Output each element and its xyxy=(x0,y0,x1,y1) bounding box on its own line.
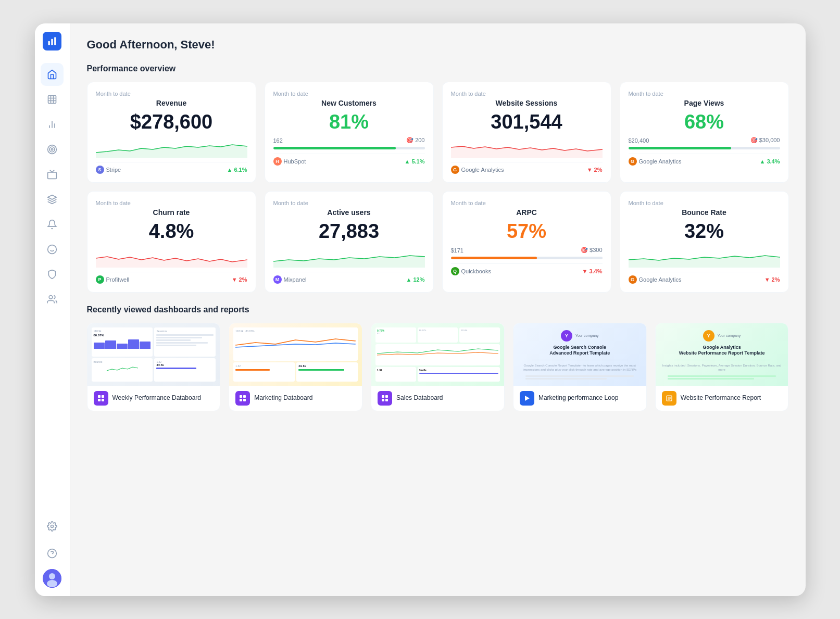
metric-footer: S Stripe ▲ 6.1% xyxy=(96,162,247,174)
svg-point-25 xyxy=(47,580,57,587)
svg-rect-38 xyxy=(243,399,246,401)
svg-rect-40 xyxy=(385,395,388,398)
metric-footer: G Google Analytics ▼ 2% xyxy=(629,272,780,284)
metric-period: Month to date xyxy=(273,200,425,206)
progress-current: $20,400 xyxy=(629,137,649,144)
sidebar-item-security[interactable] xyxy=(41,263,64,286)
progress-bar xyxy=(451,257,603,259)
sidebar-item-help[interactable] xyxy=(41,542,64,565)
metric-footer: G Google Analytics ▼ 2% xyxy=(451,162,603,174)
svg-rect-42 xyxy=(385,399,388,401)
report-card-website-performance[interactable]: Y Your company Google AnalyticsWebsite P… xyxy=(655,323,789,411)
report-icon xyxy=(235,391,250,406)
metric-title: Churn rate xyxy=(96,208,247,217)
user-avatar[interactable] xyxy=(43,569,61,588)
progress-target: 🎯 200 xyxy=(406,137,424,144)
svg-point-11 xyxy=(48,145,57,154)
sidebar-item-play[interactable] xyxy=(41,163,64,186)
progress-bar xyxy=(273,147,425,149)
report-icon xyxy=(662,391,676,406)
report-thumb: 9.72% 917 80.67% 119.9k xyxy=(371,323,504,386)
performance-section-title: Performance overview xyxy=(87,64,789,73)
report-footer: Marketing Databoard xyxy=(229,386,362,411)
progress-row: $171 🎯 $300 xyxy=(451,247,603,254)
change-badge: ▼ 3.4% xyxy=(582,268,602,274)
sidebar-item-users[interactable] xyxy=(41,288,64,311)
metric-footer: P Profitwell ▼ 2% xyxy=(96,272,247,284)
metric-footer: G Google Analytics ▲ 3.4% xyxy=(629,154,780,166)
progress-fill xyxy=(451,257,537,259)
progress-fill xyxy=(273,147,396,149)
sparkline-area xyxy=(96,247,247,268)
metric-card-page-views: Month to date Page Views 68% $20,400 🎯 $… xyxy=(620,82,789,183)
change-badge: ▲ 6.1% xyxy=(227,167,247,173)
source-name: Google Analytics xyxy=(461,167,504,173)
report-footer: Website Performance Report xyxy=(656,386,788,411)
change-badge: ▲ 3.4% xyxy=(759,158,780,165)
svg-rect-2 xyxy=(54,37,56,45)
sidebar-item-table[interactable] xyxy=(41,88,64,111)
sidebar-item-home[interactable] xyxy=(41,63,64,86)
main-content: Good Afternoon, Steve! Performance overv… xyxy=(70,23,806,596)
metric-title: ARPC xyxy=(451,208,603,217)
sidebar-item-layers[interactable] xyxy=(41,188,64,211)
sidebar-item-feedback[interactable] xyxy=(41,238,64,261)
metric-footer: Q Quickbooks ▼ 3.4% xyxy=(451,263,603,275)
source-badge: S Stripe xyxy=(96,166,121,174)
change-badge: ▼ 2% xyxy=(587,167,603,173)
metric-title: Active users xyxy=(273,208,425,217)
metric-card-website-sessions: Month to date Website Sessions 301,544 G… xyxy=(442,82,611,183)
report-card-sales-databoard[interactable]: 9.72% 917 80.67% 119.9k xyxy=(371,323,505,411)
sparkline-area xyxy=(96,137,247,158)
report-thumb: 118.9k 80.67% xyxy=(87,323,220,386)
change-badge: ▼ 2% xyxy=(764,276,780,283)
metric-period: Month to date xyxy=(629,91,780,97)
metric-card-revenue: Month to date Revenue $278,600 S Stripe xyxy=(87,82,256,183)
metric-title: Bounce Rate xyxy=(629,208,780,217)
report-icon xyxy=(94,391,108,406)
sparkline-area xyxy=(629,247,780,268)
source-badge: P Profitwell xyxy=(96,275,130,284)
metric-value: $278,600 xyxy=(96,111,247,133)
report-card-marketing-databoard[interactable]: 118.9k 80.67% 1.32 xyxy=(229,323,362,411)
sidebar-item-chart[interactable] xyxy=(41,113,64,136)
metrics-row-1: Month to date Revenue $278,600 S Stripe xyxy=(87,82,789,183)
metric-period: Month to date xyxy=(96,91,247,97)
sidebar xyxy=(35,23,70,596)
change-badge: ▲ 5.1% xyxy=(404,158,424,165)
metric-period: Month to date xyxy=(96,200,247,206)
svg-point-20 xyxy=(51,525,54,527)
sidebar-bottom xyxy=(41,515,64,588)
metric-card-bounce-rate: Month to date Bounce Rate 32% G Google A… xyxy=(620,191,789,293)
svg-point-24 xyxy=(49,573,55,579)
svg-rect-32 xyxy=(102,395,104,398)
report-card-marketing-loop[interactable]: Y Your company Google Search ConsoleAdva… xyxy=(513,323,647,411)
svg-point-19 xyxy=(49,295,53,299)
metric-value: 4.8% xyxy=(96,221,247,243)
source-name: HubSpot xyxy=(284,158,306,165)
source-name: Google Analytics xyxy=(639,158,682,165)
sidebar-item-target[interactable] xyxy=(41,138,64,161)
svg-rect-31 xyxy=(98,395,101,398)
svg-rect-39 xyxy=(382,395,384,398)
report-icon xyxy=(520,391,534,406)
source-badge: M Mixpanel xyxy=(273,275,307,284)
metric-card-active-users: Month to date Active users 27,883 M Mixp… xyxy=(265,191,434,293)
report-name: Website Performance Report xyxy=(681,394,761,402)
metric-value: 32% xyxy=(629,221,780,243)
metric-card-new-customers: Month to date New Customers 81% 162 🎯 20… xyxy=(265,82,434,183)
report-card-weekly-performance[interactable]: 118.9k 80.67% xyxy=(87,323,221,411)
report-footer: Marketing performance Loop xyxy=(513,386,646,411)
app-logo[interactable] xyxy=(43,32,61,50)
sidebar-item-settings[interactable] xyxy=(41,515,64,538)
progress-row: $20,400 🎯 $30,000 xyxy=(629,137,780,144)
sidebar-nav xyxy=(41,63,64,515)
sidebar-item-bell[interactable] xyxy=(41,213,64,236)
metric-card-churn-rate: Month to date Churn rate 4.8% P Profitwe… xyxy=(87,191,256,293)
svg-marker-30 xyxy=(629,256,780,268)
metric-title: Website Sessions xyxy=(451,99,603,107)
report-thumb: 118.9k 80.67% 1.32 xyxy=(229,323,362,386)
source-icon: M xyxy=(273,275,282,284)
report-thumb: Y Your company Google AnalyticsWebsite P… xyxy=(656,323,788,386)
report-footer: Weekly Performance Databoard xyxy=(87,386,220,411)
